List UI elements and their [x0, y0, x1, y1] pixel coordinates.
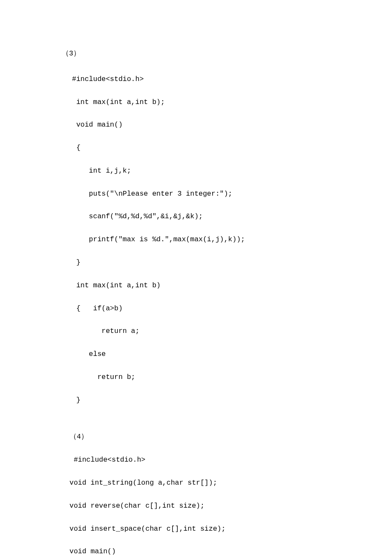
- code-block-3: #include<stdio.h> int max(int a,int b); …: [72, 62, 392, 429]
- code-line: int i,j,k;: [72, 165, 392, 177]
- code-line: void main(): [72, 119, 392, 131]
- code-line: void reverse(char c[],int size);: [69, 500, 392, 512]
- section-4-label: （4）: [69, 431, 392, 443]
- code-line: }: [72, 395, 392, 406]
- code-line: }: [72, 257, 392, 269]
- code-line: int max(int a,int b): [72, 280, 392, 292]
- document-page: （3） #include<stdio.h> int max(int a,int …: [0, 0, 392, 555]
- code-line: void int_string(long a,char str[]);: [69, 477, 392, 489]
- code-line: return b;: [72, 372, 392, 383]
- code-line: int max(int a,int b);: [72, 97, 392, 108]
- section-3-label: （3）: [62, 48, 392, 60]
- code-line: puts("\nPlease enter 3 integer:");: [72, 188, 392, 200]
- code-line: void main(): [69, 546, 392, 555]
- code-line: #include<stdio.h>: [72, 74, 392, 85]
- code-line: return a;: [72, 326, 392, 337]
- code-line: {: [72, 142, 392, 154]
- code-block-4: #include<stdio.h> void int_string(long a…: [69, 443, 392, 555]
- code-line: printf("max is %d.",max(max(i,j),k));: [72, 234, 392, 246]
- code-line: #include<stdio.h>: [69, 454, 392, 466]
- code-line: scanf("%d,%d,%d",&i,&j,&k);: [72, 211, 392, 223]
- code-line: else: [72, 349, 392, 360]
- code-line: { if(a>b): [72, 303, 392, 315]
- code-line: void insert_space(char c[],int size);: [69, 523, 392, 535]
